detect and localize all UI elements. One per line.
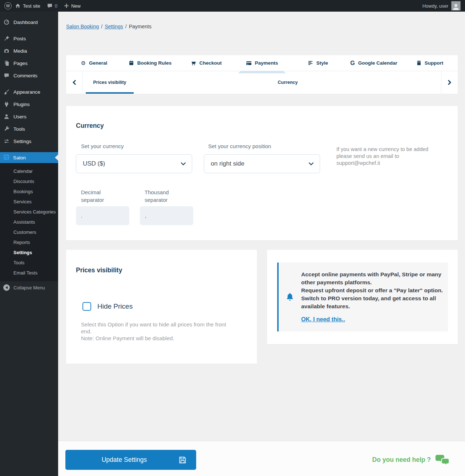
submenu-item-services[interactable]: Services [0, 197, 58, 207]
admin-bar-new[interactable]: New [61, 0, 84, 12]
sidebar-item-settings[interactable]: Settings [0, 135, 58, 147]
gear-icon: ⚙ [81, 60, 86, 66]
sidebar-item-label: Dashboard [13, 20, 38, 25]
sidebar-item-salon[interactable]: Salon [0, 152, 58, 163]
sidebar-item-label: Posts [13, 36, 26, 41]
save-icon [178, 456, 187, 464]
align-bars-icon [308, 60, 313, 66]
sidebar-item-label: Appearance [13, 89, 40, 95]
pro-promo-link[interactable]: OK, I need this.. [301, 316, 345, 324]
plug-icon [3, 101, 10, 107]
submenu-item-bookings[interactable]: Bookings [0, 187, 58, 197]
sidebar-item-appearance[interactable]: Appearance [0, 86, 58, 98]
submenu-item-services-categories[interactable]: Services Categories [0, 207, 58, 217]
chevron-down-icon [308, 162, 314, 166]
tab-checkout[interactable]: Checkout [178, 55, 234, 71]
breadcrumb-separator: / [99, 24, 105, 29]
need-help-link[interactable]: Do you need help ? [372, 450, 450, 470]
submenu-item-tools[interactable]: Tools [0, 258, 58, 268]
brush-icon [3, 89, 10, 95]
subtab-prev-button[interactable] [66, 71, 83, 94]
person-icon [3, 114, 10, 119]
admin-bar-account[interactable]: Howdy, user [422, 1, 461, 11]
tab-label: General [89, 60, 107, 66]
need-help-label: Do you need help ? [372, 456, 431, 464]
submenu-item-discounts[interactable]: Discounts [0, 176, 58, 187]
hide-prices-row: Hide Prices [82, 302, 133, 311]
currency-select[interactable]: USD ($) [76, 154, 192, 173]
currency-label: Set your currency [81, 143, 124, 149]
sidebar-item-users[interactable]: Users [0, 110, 58, 123]
submenu-item-email-tests[interactable]: Email Tests [0, 268, 58, 278]
admin-bar-comments[interactable]: 0 [44, 0, 61, 12]
admin-bar-site-link[interactable]: Test site [12, 0, 44, 12]
chevron-right-icon [447, 80, 452, 85]
currency-position-label: Set your currency position [208, 143, 271, 149]
wordpress-logo-icon[interactable]: W [4, 2, 12, 9]
currency-position-select-value: on right side [211, 160, 244, 167]
wrench-icon [3, 126, 10, 132]
collapse-menu-label: Collapse Menu [13, 285, 45, 290]
hide-prices-label: Hide Prices [97, 302, 133, 310]
howdy-text: Howdy, user [422, 3, 448, 9]
collapse-menu-button[interactable]: Collapse Menu [0, 281, 58, 294]
home-icon [15, 3, 21, 9]
calendar-check-icon [3, 154, 9, 161]
menu-separator [0, 147, 58, 152]
submenu-item-assistants[interactable]: Assistants [0, 217, 58, 227]
new-label: New [71, 3, 81, 9]
pages-icon [3, 60, 10, 66]
decimal-separator-input[interactable] [76, 206, 129, 225]
submenu-item-reports[interactable]: Reports [0, 237, 58, 248]
currency-select-value: USD ($) [83, 160, 105, 167]
tab-booking-rules[interactable]: Booking Rules [122, 55, 178, 71]
decimal-separator-label: Decimal separator [81, 188, 116, 204]
sidebar-item-plugins[interactable]: Plugins [0, 98, 58, 110]
tab-general[interactable]: ⚙ General [66, 55, 122, 71]
tab-google-calendar[interactable]: G Google Calendar [346, 55, 402, 71]
subtab-next-button[interactable] [441, 71, 458, 94]
admin-bar: W Test site 0 New Howdy, user [0, 0, 465, 12]
currency-position-select[interactable]: on right side [204, 154, 320, 173]
tab-support[interactable]: Support [402, 55, 458, 71]
breadcrumb-separator: / [123, 24, 129, 29]
subtab-prices-visibility[interactable]: Prices visibility [86, 71, 134, 94]
subtab-currency[interactable]: Currency [264, 71, 312, 94]
tab-style[interactable]: Style [290, 55, 346, 71]
sidebar-item-media[interactable]: Media [0, 45, 58, 57]
tab-payments[interactable]: Payments [234, 55, 290, 71]
hide-prices-checkbox[interactable] [82, 302, 91, 311]
sidebar-item-label: Settings [13, 139, 31, 144]
sidebar-item-posts[interactable]: Posts [0, 32, 58, 45]
pro-promo-section: Accept online payments with PayPal, Stri… [267, 250, 458, 344]
sidebar-item-label: Salon [13, 155, 26, 160]
sidebar-item-pages[interactable]: Pages [0, 57, 58, 69]
sidebar-item-tools[interactable]: Tools [0, 123, 58, 135]
sidebar-item-label: Users [13, 114, 27, 119]
menu-separator [0, 28, 58, 32]
site-name: Test site [23, 3, 40, 9]
salon-submenu: Calendar Discounts Bookings Services Ser… [0, 163, 58, 281]
comment-icon [3, 73, 10, 78]
breadcrumb-salon-booking-link[interactable]: Salon Booking [66, 24, 99, 29]
submenu-item-settings[interactable]: Settings [0, 248, 58, 258]
comment-bubble-icon [47, 3, 53, 9]
sidebar-item-label: Media [13, 48, 27, 54]
currency-section-title: Currency [76, 122, 104, 130]
sidebar-item-dashboard[interactable]: Dashboard [0, 16, 58, 28]
comments-count: 0 [55, 3, 57, 9]
thousand-separator-input[interactable] [140, 206, 193, 225]
google-g-icon: G [350, 60, 355, 66]
submenu-item-customers[interactable]: Customers [0, 227, 58, 237]
pin-icon [3, 36, 10, 41]
sliders-icon [3, 138, 10, 144]
book-icon [416, 60, 421, 66]
sidebar-item-comments[interactable]: Comments [0, 69, 58, 82]
collapse-arrow-icon [3, 284, 10, 291]
submenu-item-calendar[interactable]: Calendar [0, 166, 58, 176]
sidebar: Dashboard Posts Media Pages Comments App… [0, 12, 58, 476]
main-content: Salon Booking/Settings/Payments ⚙ Genera… [58, 12, 465, 476]
hide-prices-help-text: Select this Option if you want to hide a… [81, 321, 235, 342]
breadcrumb-settings-link[interactable]: Settings [105, 24, 123, 29]
update-settings-button[interactable]: Update Settings [65, 450, 196, 470]
